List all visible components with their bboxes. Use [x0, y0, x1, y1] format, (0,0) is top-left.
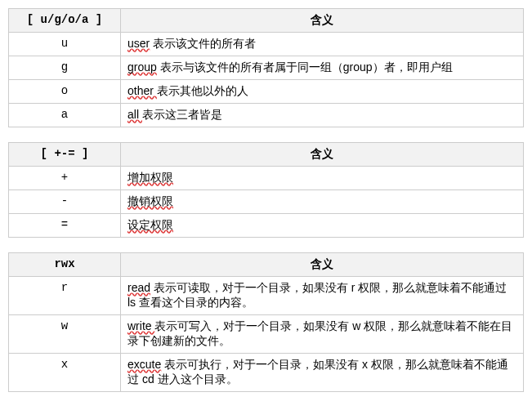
- meaning-cell: user 表示该文件的所有者: [121, 33, 524, 56]
- header-meaning: 含义: [121, 143, 524, 167]
- key-cell: -: [9, 190, 121, 214]
- header-key: [ +-= ]: [9, 143, 121, 167]
- table-row: [ u/g/o/a ] 含义: [9, 9, 524, 33]
- table-operators: [ +-= ] 含义 + 增加权限 - 撤销权限 = 设定权限: [8, 142, 524, 238]
- key-cell: w: [9, 315, 121, 354]
- key-cell: +: [9, 167, 121, 190]
- meaning-cell: 撤销权限: [121, 190, 524, 214]
- meaning-cell: read 表示可读取，对于一个目录，如果没有 r 权限，那么就意味着不能通过 l…: [121, 277, 524, 315]
- table-row: - 撤销权限: [9, 190, 524, 214]
- meaning-cell: other 表示其他以外的人: [121, 80, 524, 104]
- table-row: r read 表示可读取，对于一个目录，如果没有 r 权限，那么就意味着不能通过…: [9, 277, 524, 315]
- table-row: = 设定权限: [9, 214, 524, 238]
- header-meaning: 含义: [121, 9, 524, 33]
- key-cell: x: [9, 354, 121, 392]
- key-cell: r: [9, 277, 121, 315]
- header-meaning: 含义: [121, 253, 524, 277]
- table-row: o other 表示其他以外的人: [9, 80, 524, 104]
- meaning-cell: group 表示与该文件的所有者属于同一组（group）者，即用户组: [121, 56, 524, 80]
- table-rwx: rwx 含义 r read 表示可读取，对于一个目录，如果没有 r 权限，那么就…: [8, 252, 524, 392]
- key-cell: g: [9, 56, 121, 80]
- meaning-cell: 设定权限: [121, 214, 524, 238]
- meaning-cell: 增加权限: [121, 167, 524, 190]
- key-cell: a: [9, 104, 121, 127]
- meaning-cell: excute 表示可执行，对于一个目录，如果没有 x 权限，那么就意味着不能通过…: [121, 354, 524, 392]
- key-cell: u: [9, 33, 121, 56]
- key-cell: o: [9, 80, 121, 104]
- table-ugoa: [ u/g/o/a ] 含义 u user 表示该文件的所有者 g group …: [8, 8, 524, 127]
- table-row: x excute 表示可执行，对于一个目录，如果没有 x 权限，那么就意味着不能…: [9, 354, 524, 392]
- table-row: u user 表示该文件的所有者: [9, 33, 524, 56]
- table-row: [ +-= ] 含义: [9, 143, 524, 167]
- table-row: rwx 含义: [9, 253, 524, 277]
- table-row: a all 表示这三者皆是: [9, 104, 524, 127]
- table-row: w write 表示可写入，对于一个目录，如果没有 w 权限，那么就意味着不能在…: [9, 315, 524, 354]
- meaning-cell: write 表示可写入，对于一个目录，如果没有 w 权限，那么就意味着不能在目录…: [121, 315, 524, 354]
- header-key: [ u/g/o/a ]: [9, 9, 121, 33]
- meaning-cell: all 表示这三者皆是: [121, 104, 524, 127]
- header-key: rwx: [9, 253, 121, 277]
- key-cell: =: [9, 214, 121, 238]
- table-row: g group 表示与该文件的所有者属于同一组（group）者，即用户组: [9, 56, 524, 80]
- table-row: + 增加权限: [9, 167, 524, 190]
